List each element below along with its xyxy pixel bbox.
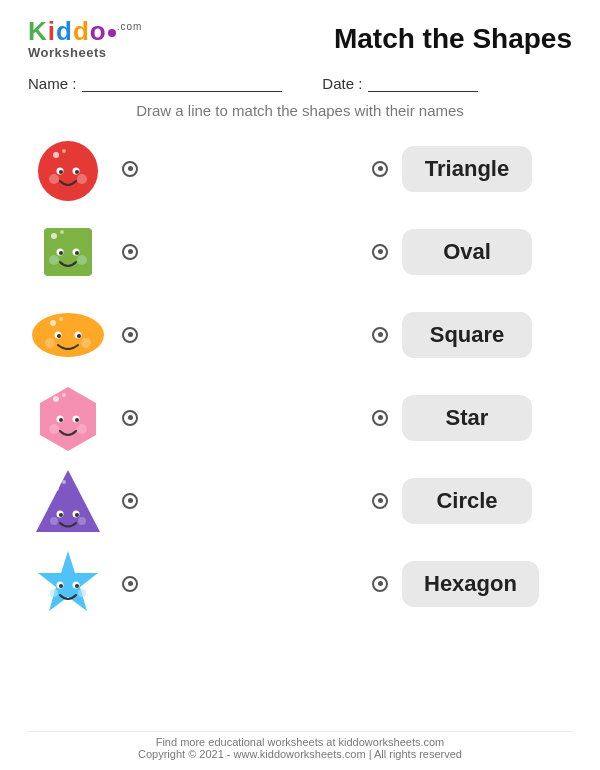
dot-left-5 <box>122 493 138 509</box>
page: Kiddo.com Worksheets Match the Shapes Na… <box>0 0 600 770</box>
svg-point-23 <box>57 334 61 338</box>
svg-marker-45 <box>38 551 98 611</box>
svg-point-28 <box>53 396 59 402</box>
label-oval: Oval <box>402 229 532 275</box>
name-label: Name : <box>28 75 76 92</box>
name-side-5: Circle <box>372 478 572 524</box>
dot-right-6 <box>372 576 388 592</box>
svg-point-33 <box>75 418 79 422</box>
svg-point-20 <box>59 317 63 321</box>
svg-point-25 <box>45 338 55 348</box>
svg-point-37 <box>53 485 59 491</box>
logo-o: o <box>90 16 107 46</box>
svg-point-19 <box>50 320 56 326</box>
logo-worksheets: Worksheets <box>28 45 106 60</box>
svg-point-0 <box>38 141 98 201</box>
svg-point-42 <box>75 513 79 517</box>
match-row-2: Oval <box>28 214 572 289</box>
logo-k: K <box>28 16 48 46</box>
svg-point-41 <box>59 513 63 517</box>
svg-point-8 <box>77 174 87 184</box>
label-star: Star <box>402 395 532 441</box>
shape-star <box>28 549 108 619</box>
logo-dot <box>108 29 116 37</box>
name-side-1: Triangle <box>372 146 572 192</box>
svg-point-51 <box>75 584 79 588</box>
svg-point-14 <box>59 251 63 255</box>
name-side-4: Star <box>372 395 572 441</box>
svg-point-29 <box>62 393 66 397</box>
shape-side-2 <box>28 217 228 287</box>
svg-point-24 <box>77 334 81 338</box>
shape-side-6 <box>28 549 228 619</box>
svg-point-11 <box>60 230 64 234</box>
match-area: Triangle <box>28 131 572 723</box>
svg-point-34 <box>49 424 59 434</box>
dot-right-1 <box>372 161 388 177</box>
footer-line1: Find more educational worksheets at kidd… <box>28 736 572 748</box>
name-field: Name : <box>28 74 282 92</box>
match-row-5: Circle <box>28 463 572 538</box>
svg-point-16 <box>49 255 59 265</box>
shape-circle <box>28 134 108 204</box>
match-row-4: Star <box>28 380 572 455</box>
name-side-2: Oval <box>372 229 572 275</box>
svg-point-47 <box>60 559 64 563</box>
header: Kiddo.com Worksheets Match the Shapes <box>28 18 572 60</box>
svg-point-46 <box>51 562 57 568</box>
svg-point-5 <box>59 170 63 174</box>
match-row-6: Hexagon <box>28 546 572 621</box>
name-side-6: Hexagon <box>372 561 572 607</box>
svg-point-15 <box>75 251 79 255</box>
shape-square <box>28 217 108 287</box>
svg-point-18 <box>32 313 104 357</box>
shape-side-4 <box>28 383 228 453</box>
shape-side-5 <box>28 466 228 536</box>
svg-point-43 <box>50 517 58 525</box>
svg-point-10 <box>51 233 57 239</box>
svg-point-1 <box>53 152 59 158</box>
instruction-text: Draw a line to match the shapes with the… <box>28 102 572 119</box>
dot-right-5 <box>372 493 388 509</box>
svg-point-17 <box>77 255 87 265</box>
svg-point-52 <box>50 589 58 597</box>
label-circle: Circle <box>402 478 532 524</box>
dot-left-4 <box>122 410 138 426</box>
shape-side-3 <box>28 300 228 370</box>
dot-left-6 <box>122 576 138 592</box>
label-hexagon: Hexagon <box>402 561 539 607</box>
dot-left-1 <box>122 161 138 177</box>
shape-triangle <box>28 466 108 536</box>
shape-hexagon <box>28 383 108 453</box>
date-field: Date : <box>322 74 478 92</box>
logo-d2: d <box>73 16 90 46</box>
logo-i: i <box>48 16 56 46</box>
dot-left-3 <box>122 327 138 343</box>
date-input-line[interactable] <box>368 74 478 92</box>
svg-point-6 <box>75 170 79 174</box>
match-row-3: Square <box>28 297 572 372</box>
name-date-row: Name : Date : <box>28 74 572 92</box>
dot-right-4 <box>372 410 388 426</box>
svg-marker-36 <box>36 470 100 532</box>
svg-point-53 <box>78 589 86 597</box>
dot-right-3 <box>372 327 388 343</box>
logo-text: Kiddo.com <box>28 18 142 44</box>
svg-point-32 <box>59 418 63 422</box>
svg-point-7 <box>49 174 59 184</box>
dot-right-2 <box>372 244 388 260</box>
logo-com: .com <box>117 21 143 32</box>
svg-point-2 <box>62 149 66 153</box>
label-triangle: Triangle <box>402 146 532 192</box>
label-square: Square <box>402 312 532 358</box>
svg-point-50 <box>59 584 63 588</box>
footer: Find more educational worksheets at kidd… <box>28 731 572 760</box>
match-row-1: Triangle <box>28 131 572 206</box>
svg-point-38 <box>62 480 66 484</box>
logo: Kiddo.com Worksheets <box>28 18 142 60</box>
name-input-line[interactable] <box>82 74 282 92</box>
svg-point-44 <box>78 517 86 525</box>
svg-marker-27 <box>40 387 96 451</box>
name-side-3: Square <box>372 312 572 358</box>
footer-line2: Copyright © 2021 - www.kiddoworksheets.c… <box>28 748 572 760</box>
